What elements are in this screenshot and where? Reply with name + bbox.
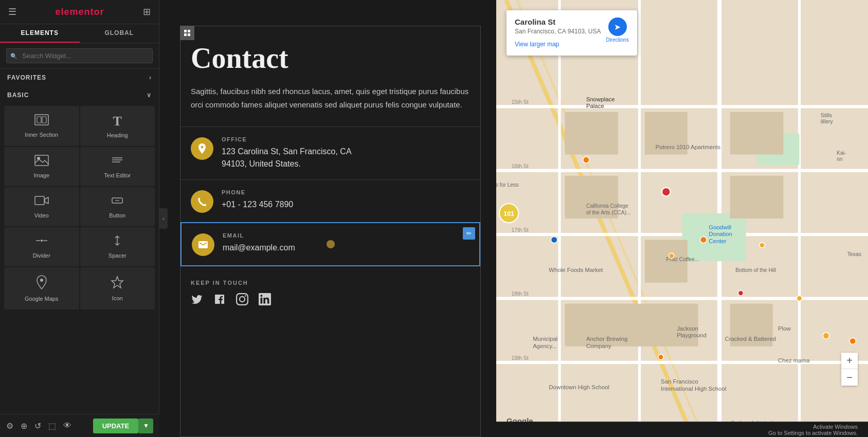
svg-text:Stills: Stills [821, 113, 832, 118]
widget-inner-section[interactable]: Inner Section [4, 106, 79, 146]
widget-divider[interactable]: Divider [4, 227, 79, 266]
svg-text:Donation: Donation [709, 231, 732, 237]
favorites-label: FAVORITES [7, 74, 46, 81]
widget-divider-label: Divider [33, 252, 50, 259]
phone-value: +01 - 123 456 7890 [222, 198, 293, 211]
svg-text:of the Arts (CCA)...: of the Arts (CCA)... [586, 210, 631, 215]
office-content: OFFICE 123 Carolina St, San Francisco, C… [222, 136, 352, 170]
panel-tabs: ELEMENTS GLOBAL [0, 24, 159, 43]
svg-marker-9 [45, 197, 48, 204]
phone-icon [191, 190, 213, 213]
svg-text:Municipal: Municipal [533, 336, 557, 342]
svg-text:Jackson: Jackson [677, 325, 698, 332]
heading-icon: T [113, 114, 122, 129]
svg-text:San Francisco: San Francisco [661, 378, 698, 385]
office-label: OFFICE [222, 136, 352, 142]
svg-text:nn: nn [837, 156, 843, 162]
preview-icon[interactable]: 👁 [63, 421, 71, 431]
tab-global[interactable]: GLOBAL [80, 24, 159, 43]
main-area: ‹ Contact Sagittis, faucibus nibh sed rh… [159, 0, 868, 437]
widget-image[interactable]: Image [4, 147, 79, 186]
svg-text:s for Less: s for Less [496, 182, 519, 188]
svg-point-73 [823, 333, 829, 339]
widget-spacer-label: Spacer [109, 252, 126, 259]
svg-rect-1 [37, 117, 41, 123]
svg-text:19th St: 19th St [512, 355, 529, 361]
svg-text:Playground: Playground [677, 332, 707, 338]
widget-google-maps[interactable]: Google Maps [4, 267, 79, 309]
email-icon [192, 233, 214, 256]
svg-rect-19 [188, 30, 190, 32]
collapse-panel-handle[interactable]: ‹ [159, 208, 168, 229]
svg-text:Plow: Plow [778, 325, 791, 332]
widgets-grid: Inner Section T Heading Image Text Edito… [0, 104, 159, 312]
update-button[interactable]: UPDATE [93, 418, 138, 433]
svg-text:Chez mama: Chez mama [778, 357, 810, 363]
search-input[interactable] [6, 48, 153, 63]
svg-text:International High School: International High School [661, 386, 726, 392]
widget-icon-label: Icon [112, 295, 123, 301]
phone-label: PHONE [222, 189, 293, 195]
svg-rect-38 [730, 112, 784, 155]
svg-point-71 [738, 290, 743, 296]
social-icons [191, 293, 470, 308]
svg-rect-8 [35, 196, 44, 205]
view-larger-map-link[interactable]: View larger map [515, 41, 559, 48]
svg-text:17th St: 17th St [512, 227, 529, 233]
instagram-icon[interactable] [236, 293, 248, 308]
section-handle[interactable] [180, 26, 194, 40]
text-editor-icon [110, 155, 124, 169]
widget-text-editor[interactable]: Text Editor [80, 147, 155, 186]
map-info-text: Carolina St San Francisco, CA 94103, USA… [515, 17, 601, 48]
widget-button-label: Button [109, 212, 125, 219]
map-roads: Potrero 1010 Apartments California Colle… [496, 0, 868, 437]
responsive-icon[interactable]: ⊕ [21, 421, 27, 431]
map-info-box: Carolina St San Francisco, CA 94103, USA… [507, 10, 637, 56]
widget-google-maps-label: Google Maps [25, 296, 58, 302]
svg-point-75 [658, 354, 663, 359]
directions-icon: ➤ [608, 17, 627, 36]
svg-rect-3 [35, 155, 48, 166]
widget-spacer[interactable]: Spacer [80, 227, 155, 266]
svg-rect-39 [730, 176, 784, 219]
svg-point-66 [583, 157, 589, 163]
tab-elements[interactable]: ELEMENTS [0, 24, 80, 43]
widget-button[interactable]: Button [80, 187, 155, 226]
svg-rect-2 [42, 117, 46, 123]
widget-video[interactable]: Video [4, 187, 79, 226]
svg-point-16 [40, 279, 43, 282]
widget-heading[interactable]: T Heading [80, 106, 155, 146]
widget-icon[interactable]: Icon [80, 267, 155, 309]
zoom-out-button[interactable]: − [841, 369, 858, 386]
svg-text:Cracked & Battered: Cracked & Battered [725, 336, 775, 342]
phone-info-item: PHONE +01 - 123 456 7890 [180, 179, 480, 222]
button-icon [110, 195, 124, 209]
directions-button[interactable]: ➤ Directions [606, 17, 628, 43]
svg-text:Snowplace: Snowplace [586, 96, 615, 102]
svg-text:lillery: lillery [821, 119, 833, 124]
office-value: 123 Carolina St, San Francisco, CA 94103… [222, 145, 352, 170]
map-zoom-controls: + − [841, 353, 858, 386]
basic-section-header[interactable]: BASIC ∨ [0, 86, 159, 104]
svg-text:Bottom of the Hill: Bottom of the Hill [735, 267, 776, 273]
template-icon[interactable]: ⬚ [48, 421, 56, 431]
update-arrow-button[interactable]: ▼ [138, 418, 153, 433]
widget-image-label: Image [33, 172, 49, 178]
hamburger-icon[interactable]: ☰ [8, 6, 16, 17]
favorites-section-header[interactable]: FAVORITES › [0, 69, 159, 86]
facebook-icon[interactable] [213, 293, 226, 308]
taskbar: Activate Windows Go to Settings to activ… [496, 422, 868, 437]
settings-icon[interactable]: ⚙ [6, 421, 13, 431]
activate-windows: Activate Windows Go to Settings to activ… [768, 424, 858, 436]
keep-in-touch-label: KEEP IN TOUCH [191, 280, 470, 286]
svg-text:Whole Foods Market: Whole Foods Market [549, 267, 603, 273]
history-icon[interactable]: ↺ [34, 421, 41, 431]
zoom-in-button[interactable]: + [841, 353, 858, 369]
linkedin-icon[interactable] [259, 293, 271, 308]
twitter-icon[interactable] [191, 293, 203, 308]
edit-pencil-icon[interactable]: ✏ [463, 227, 475, 240]
svg-text:Texas: Texas [847, 251, 861, 257]
svg-rect-18 [184, 30, 187, 32]
svg-point-70 [760, 243, 765, 248]
grid-icon[interactable]: ⊞ [143, 6, 151, 17]
